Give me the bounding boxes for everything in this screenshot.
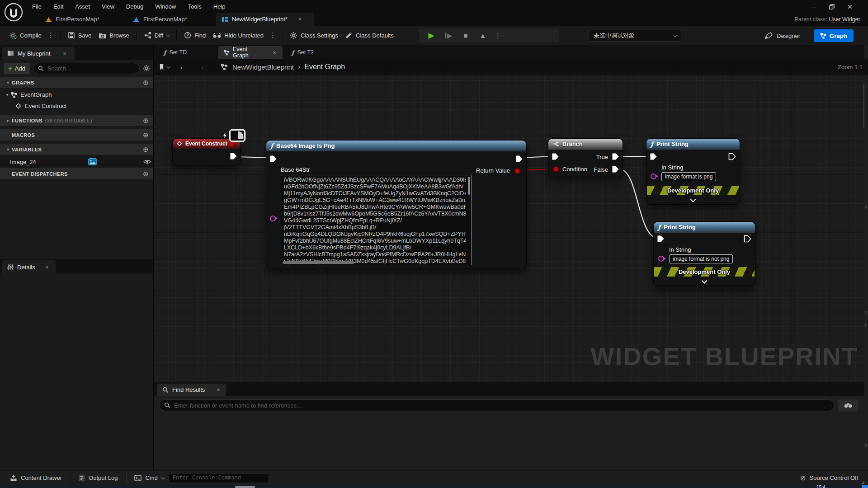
asset-tab-firstpersonmap-1[interactable]: FirstPersonMap*: [40, 13, 105, 26]
debug-object-dropdown[interactable]: 未选中调试对象: [589, 30, 681, 42]
source-control-button[interactable]: ⊘ Source Control Off: [796, 470, 863, 486]
compile-options-button[interactable]: ⋮: [45, 31, 57, 39]
graph-mode-button[interactable]: Graph: [814, 29, 854, 42]
stop-button[interactable]: ■: [458, 30, 473, 42]
play-options-button[interactable]: ⋮: [492, 32, 504, 40]
node-print-string-1[interactable]: ƒ Print String In String image format is…: [646, 138, 740, 205]
hide-unrelated-button[interactable]: Hide Unrelated: [209, 28, 267, 42]
parent-class-link[interactable]: User Widget: [829, 16, 860, 23]
menu-tools[interactable]: Tools: [182, 0, 207, 13]
content-drawer-button[interactable]: Content Drawer: [5, 470, 66, 486]
add-graph-button[interactable]: ⊕: [143, 79, 149, 87]
string-input-pin[interactable]: [651, 174, 656, 179]
bool-output-pin[interactable]: [514, 168, 520, 174]
section-functions[interactable]: ▸ FUNCTIONS (38 OVERRIDABLE) ⊕: [0, 115, 153, 127]
menu-edit[interactable]: Edit: [47, 0, 69, 13]
close-details-icon[interactable]: ×: [44, 264, 50, 271]
designer-button[interactable]: Designer: [765, 29, 800, 42]
tab-my-blueprint[interactable]: My Blueprint ×: [2, 47, 75, 60]
diff-button[interactable]: Diff: [141, 28, 173, 42]
section-macros[interactable]: MACROS ⊕: [0, 129, 153, 141]
close-panel-icon[interactable]: ×: [62, 50, 67, 57]
menu-file[interactable]: File: [26, 0, 47, 13]
save-button[interactable]: Save: [64, 28, 95, 42]
menu-help[interactable]: Help: [208, 0, 231, 13]
tree-item-event-construct[interactable]: Event Construct: [0, 101, 153, 111]
bool-input-pin-condition[interactable]: [553, 166, 559, 172]
string-input-pin[interactable]: [658, 256, 664, 262]
node-base64-image-is-png[interactable]: ƒ Base64 Image Is Png Base 64Str Return …: [266, 140, 527, 268]
exec-output-pin-true[interactable]: [612, 153, 619, 160]
vertical-scrollbar-thumb[interactable]: [468, 177, 470, 195]
in-string-value-field[interactable]: image format is png: [661, 172, 716, 181]
add-macro-button[interactable]: ⊕: [143, 131, 149, 139]
eye-visibility-icon[interactable]: [143, 159, 151, 164]
tab-find-results[interactable]: Find Results ×: [157, 384, 226, 396]
add-variable-button[interactable]: ⊕: [143, 145, 149, 154]
minimize-button[interactable]: –: [807, 2, 820, 12]
asset-tab-newwidgetblueprint[interactable]: NewWidgetBlueprint* ×: [216, 13, 314, 26]
eject-button[interactable]: ▲: [475, 30, 491, 42]
exec-output-pin[interactable]: [728, 153, 736, 160]
play-button[interactable]: ▶: [424, 30, 439, 42]
browse-button[interactable]: Browse: [95, 28, 132, 42]
add-dispatcher-button[interactable]: ⊕: [143, 170, 149, 178]
exec-input-pin[interactable]: [552, 153, 559, 160]
hide-unrelated-options-button[interactable]: ⋮: [267, 31, 278, 39]
find-button[interactable]: Find: [180, 28, 209, 42]
horizontal-scrollbar-thumb[interactable]: [283, 261, 354, 264]
in-string-value-field[interactable]: image format is not png: [669, 254, 733, 263]
tab-details[interactable]: Details ×: [2, 260, 56, 274]
close-window-button[interactable]: ×: [844, 2, 856, 12]
restore-button[interactable]: [826, 2, 838, 12]
section-graphs[interactable]: ▾ GRAPHS ⊕: [0, 77, 153, 89]
exec-input-pin[interactable]: [650, 153, 657, 160]
menu-asset[interactable]: Asset: [69, 0, 96, 13]
chevron-down-icon[interactable]: [166, 65, 170, 68]
base64-string-field[interactable]: iVBORw0KGgoAAAANSUhEUgAAACQAAAAoCAYAAACW…: [281, 175, 472, 265]
console-command-field[interactable]: [169, 473, 269, 483]
exec-input-pin[interactable]: [657, 235, 665, 243]
section-variables[interactable]: ▾ VARIABLES ⊕: [0, 144, 153, 155]
breadcrumb-current[interactable]: Event Graph: [304, 63, 345, 71]
find-references-search[interactable]: [159, 399, 835, 411]
tree-item-eventgraph[interactable]: ▾ EventGraph: [0, 89, 153, 100]
node-branch[interactable]: Branch True Condition False: [548, 138, 623, 177]
output-log-button[interactable]: Output Log: [74, 470, 122, 486]
find-references-input[interactable]: [174, 402, 830, 409]
variable-row-image24[interactable]: Image_24: [0, 156, 153, 167]
close-tab-icon[interactable]: ×: [297, 16, 303, 23]
breadcrumb-root[interactable]: NewWidgetBlueprint: [232, 63, 294, 71]
exec-output-pin[interactable]: [744, 235, 751, 243]
menu-debug[interactable]: Debug: [120, 0, 149, 13]
close-find-results-icon[interactable]: ×: [216, 386, 221, 393]
add-function-button[interactable]: ⊕: [143, 117, 149, 125]
cmd-dropdown[interactable]: Cmd: [130, 470, 168, 486]
class-defaults-button[interactable]: Class Defaults: [342, 28, 397, 42]
class-settings-button[interactable]: Class Settings: [286, 28, 342, 42]
node-print-string-2[interactable]: ƒ Print String In String image format is…: [653, 221, 755, 286]
exec-output-pin[interactable]: [515, 155, 523, 163]
string-input-pin[interactable]: [270, 216, 276, 221]
add-button[interactable]: + Add: [4, 63, 30, 74]
menu-view[interactable]: View: [96, 0, 120, 13]
console-command-input[interactable]: [173, 475, 265, 481]
bookmark-icon[interactable]: [159, 64, 164, 70]
blueprint-search[interactable]: [33, 63, 140, 74]
panel-settings-gear-icon[interactable]: [143, 65, 150, 72]
exec-output-pin-false[interactable]: [612, 165, 619, 173]
asset-tab-firstpersonmap-2[interactable]: FirstPersonMap*: [127, 13, 193, 26]
menu-window[interactable]: Window: [149, 0, 182, 13]
exec-output-pin[interactable]: [230, 152, 237, 160]
node-event-construct[interactable]: Event Construct: [172, 138, 241, 165]
nav-forward-button[interactable]: →: [196, 62, 205, 72]
find-in-blueprints-button[interactable]: [838, 399, 858, 411]
collapse-chevron-icon[interactable]: [702, 278, 708, 284]
search-input[interactable]: [47, 65, 135, 72]
collapse-chevron-icon[interactable]: [690, 197, 696, 202]
compile-button[interactable]: ✓ Compile: [5, 28, 45, 42]
section-event-dispatchers[interactable]: EVENT DISPATCHERS ⊕: [0, 168, 153, 180]
exec-input-pin[interactable]: [269, 155, 277, 163]
step-button[interactable]: ▶: [441, 30, 456, 42]
nav-back-button[interactable]: ←: [179, 62, 187, 72]
